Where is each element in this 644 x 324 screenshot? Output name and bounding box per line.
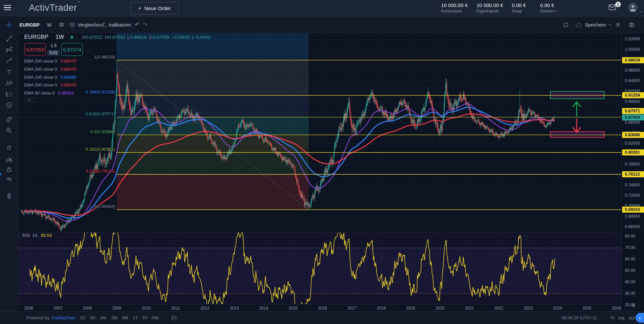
emoji-tool-button[interactable] [4, 100, 14, 110]
symbol-button[interactable]: EURGBP [20, 17, 40, 33]
settings-button[interactable] [615, 17, 621, 33]
indicators-button[interactable]: ƒx Indikatoren [102, 17, 132, 33]
undo-button[interactable]: ↶ [135, 17, 139, 33]
percent-scale-button[interactable]: % [610, 312, 614, 324]
range-button-6m[interactable]: 6M [122, 312, 128, 324]
magnet-mode-button[interactable] [4, 144, 14, 153]
indicator-name: EMA 100 close 0 [24, 75, 57, 80]
change-value: −0.00037 (−0.04%) [172, 35, 211, 40]
chart-type-button[interactable] [58, 17, 65, 33]
range-button-1d[interactable]: 1D [80, 312, 86, 324]
trend-line-tool-button[interactable] [4, 34, 14, 43]
indicator-name: EMA 200 close 0 [24, 67, 57, 72]
account-stat-gewinn[interactable]: 0.00 €Gewinn▾ [540, 2, 560, 13]
log-scale-button[interactable]: log [618, 312, 624, 324]
gann-fib-tool-button[interactable] [4, 45, 14, 55]
price-level-badge: 0.69343 [622, 207, 644, 213]
undo-icon: ↶ [135, 21, 139, 28]
year-label: 2008 [83, 306, 92, 311]
fib-level-label: 0.5(0.83686) [19, 129, 115, 134]
crosshair-tool-button[interactable] [4, 20, 14, 30]
chart-toolbar: EURGBP W Vergleichen ƒx Indikatoren ↶ ↷ [0, 16, 644, 33]
mail-button[interactable]: 1 [608, 4, 618, 12]
redo-button[interactable]: ↷ [143, 17, 147, 33]
sell-button[interactable]: 0.87059 [24, 43, 46, 56]
chevron-down-icon: ▾ [609, 23, 610, 26]
stat-value: 0.00 € [540, 2, 560, 8]
range-button-1m[interactable]: 1M [100, 312, 106, 324]
go-to-icon [171, 315, 178, 321]
year-label: 2010 [142, 306, 151, 311]
price-axis[interactable]: 1.020001.000000.960000.940000.920000.900… [621, 33, 644, 311]
chart-legend: EURGBP · 1W O0.87022H0.87533L0.86818C0.8… [24, 34, 211, 40]
indicator-row[interactable]: EMA 200 close 00.86475 [24, 65, 76, 73]
stat-value: 0.00 € [512, 2, 532, 8]
legend-collapse-button[interactable] [25, 97, 35, 103]
range-button-5y[interactable]: 5Y [142, 312, 148, 324]
time-axis[interactable]: 2006200720082009201020112012201320142015… [19, 304, 621, 311]
powered-by: Powered by TradingView [26, 312, 75, 324]
lock-drawings-button[interactable] [4, 165, 14, 174]
measure-tool-button[interactable] [4, 115, 14, 124]
year-label: 2013 [230, 306, 239, 311]
hide-drawings-button[interactable] [4, 175, 14, 184]
sidebar-expand-chevron[interactable]: › [0, 170, 1, 178]
gear-icon [615, 22, 621, 28]
account-stat-kontostand: 10 000.00 €Kontostand [441, 2, 468, 13]
ohlc-value: 0.87059 [152, 35, 169, 40]
forecast-tool-button[interactable] [4, 89, 14, 99]
indicator-name: EMA 200 close 0 [24, 59, 57, 64]
price-tick: 0.78000 [625, 162, 640, 167]
save-label: Speichern [585, 22, 606, 28]
ohlc-key: L [127, 35, 130, 40]
zoom-in-tool-button[interactable] [4, 126, 14, 135]
new-order-button[interactable]: + Neue Order [130, 2, 178, 14]
drawing-mode-lock-button[interactable] [4, 154, 14, 164]
clock: 08:04:29 (UTC+1) [562, 312, 597, 324]
text-tool-button[interactable] [4, 68, 14, 77]
compare-button[interactable]: Vergleichen [69, 17, 102, 33]
rsi-tick: 60.00 [625, 257, 635, 261]
brush-tool-button[interactable] [4, 57, 14, 66]
pattern-tool-button[interactable] [4, 79, 14, 88]
ohlc-value: 0.87533 [108, 35, 125, 40]
year-label: 2026 [612, 306, 621, 311]
year-label: 2014 [259, 306, 268, 311]
interval-button[interactable]: W [47, 17, 52, 33]
stat-value: 10 000.00 € [441, 2, 468, 8]
topbar: ActivTrader™ + Neue Order 10 000.00 €Kon… [0, 0, 644, 16]
year-label: 2021 [465, 306, 474, 311]
remove-drawings-button[interactable] [4, 191, 14, 201]
buy-button[interactable]: 0.87074 [61, 43, 83, 56]
tradingview-link[interactable]: TradingView [51, 315, 75, 320]
maximize-button[interactable] [563, 17, 569, 33]
snapshot-button[interactable] [628, 17, 635, 33]
price-tick: 0.90000 [625, 99, 640, 104]
go-to-date-button[interactable] [171, 312, 178, 324]
menu-icon[interactable] [4, 5, 11, 11]
indicator-row[interactable]: EMA 100 close 00.86489 [24, 73, 76, 81]
legend-symbol[interactable]: EURGBP [24, 34, 48, 40]
stat-label: Swap [512, 9, 532, 13]
rsi-tick: 30.00 [625, 291, 635, 296]
avatar[interactable]: ▾ [628, 3, 638, 13]
indicator-value: 0.86475 [61, 67, 76, 72]
price-level-badge: 0.83686 [622, 132, 644, 138]
candlestick-icon [58, 21, 65, 29]
range-button-alle[interactable]: Alle [151, 312, 159, 324]
year-label: 2022 [494, 306, 503, 311]
ohlc-value: 0.86818 [130, 35, 147, 40]
data-status-dot[interactable] [70, 35, 74, 39]
ruler-icon [5, 115, 13, 123]
trash-icon [5, 192, 13, 200]
auto-scale-button[interactable]: aut [629, 312, 635, 324]
range-button-1y[interactable]: 1Y [133, 312, 138, 324]
indicator-row[interactable]: EMA 200 close 00.86475 [24, 81, 76, 89]
price-tick: 0.74000 [625, 183, 640, 187]
year-label: 2007 [54, 306, 63, 311]
camera-icon [628, 22, 635, 28]
save-button[interactable]: Speichern ▾ [575, 17, 610, 33]
panel-collapse-button[interactable]: ‹ [636, 313, 644, 323]
range-button-5d[interactable]: 5D [90, 312, 96, 324]
range-button-3m[interactable]: 3M [111, 312, 117, 324]
